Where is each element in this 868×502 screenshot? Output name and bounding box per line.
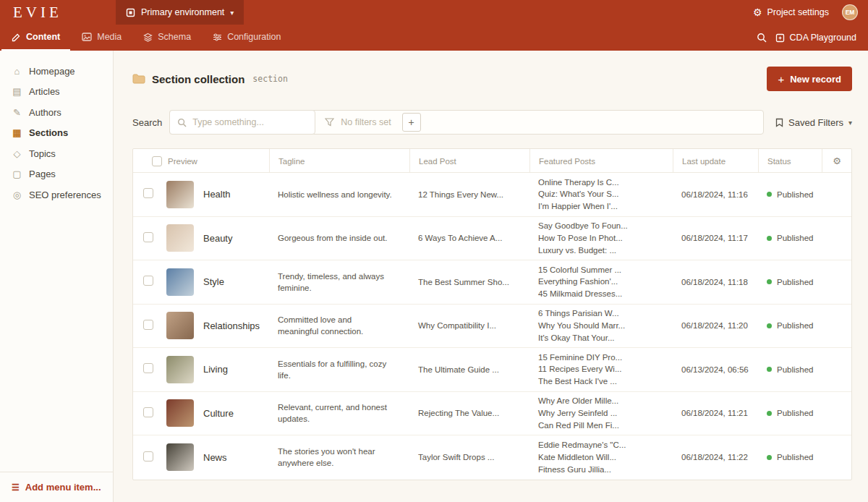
featured-posts-cell: 15 Colorful Summer ... Everything Fashio… xyxy=(529,264,673,300)
tagline-cell: Trendy, timeless, and always feminine. xyxy=(269,271,409,294)
row-checkbox[interactable] xyxy=(143,363,153,373)
tab-schema[interactable]: Schema xyxy=(133,25,201,51)
status-cell: Published xyxy=(758,232,822,244)
last-update-cell: 06/18/2024, 11:18 xyxy=(673,276,758,288)
image-icon xyxy=(82,33,92,41)
table-row-news[interactable]: News The stories you won't hear anywhere… xyxy=(133,435,851,480)
tag-icon: ◇ xyxy=(12,148,22,159)
layers-icon xyxy=(143,33,153,42)
home-icon: ⌂ xyxy=(12,66,22,77)
last-update-cell: 06/18/2024, 11:21 xyxy=(673,407,758,419)
preview-thumbnail xyxy=(166,224,194,252)
lead-post-cell: Why Compatibility I... xyxy=(409,320,529,331)
last-update-cell: 06/18/2024, 11:16 xyxy=(673,189,758,200)
global-search-button[interactable] xyxy=(748,33,775,43)
table-header-row: Preview Tagline Lead Post Featured Posts… xyxy=(133,149,851,173)
gear-icon: ⚙ xyxy=(753,7,762,18)
top-bar: EVIE Primary environment ▾ ⚙ Project set… xyxy=(0,0,868,25)
sidebar-item-homepage[interactable]: ⌂ Homepage xyxy=(0,61,113,82)
search-label: Search xyxy=(132,117,162,128)
row-checkbox[interactable] xyxy=(143,320,153,330)
status-cell: Published xyxy=(758,407,822,419)
table-row-style[interactable]: Style Trendy, timeless, and always femin… xyxy=(133,260,851,305)
table-row-health[interactable]: Health Holistic wellness and longevity. … xyxy=(133,173,851,217)
project-settings-button[interactable]: ⚙ Project settings xyxy=(753,7,829,18)
sidebar-item-seo-preferences[interactable]: ◎ SEO preferences xyxy=(0,184,113,205)
sidebar-item-sections[interactable]: ▦ Sections xyxy=(0,123,113,144)
status-cell: Published xyxy=(758,451,822,463)
column-header-preview: Preview xyxy=(166,149,269,173)
section-name: Beauty xyxy=(203,233,232,244)
status-label: Published xyxy=(777,189,814,200)
last-update-cell: 06/13/2024, 06:56 xyxy=(673,364,758,375)
section-name: Culture xyxy=(203,408,234,419)
row-checkbox[interactable] xyxy=(143,276,153,286)
row-checkbox[interactable] xyxy=(143,188,153,198)
lead-post-cell: The Best Summer Sho... xyxy=(409,276,529,288)
saved-filters-button[interactable]: Saved Filters ▾ xyxy=(775,117,852,128)
search-icon xyxy=(757,33,767,43)
user-avatar[interactable]: EM xyxy=(842,4,858,20)
cda-playground-button[interactable]: CDA Playground xyxy=(775,33,856,43)
sidebar-item-articles[interactable]: ▤ Articles xyxy=(0,82,113,103)
tab-content[interactable]: Content xyxy=(1,25,70,51)
row-checkbox[interactable] xyxy=(143,451,153,461)
tagline-cell: The stories you won't hear anywhere else… xyxy=(269,446,409,469)
column-header-last-update: Last update xyxy=(673,149,758,173)
bookmark-icon xyxy=(775,118,783,127)
new-record-button[interactable]: + New record xyxy=(767,67,852,91)
lead-post-cell: The Ultimate Guide ... xyxy=(409,364,529,375)
section-name: Health xyxy=(203,189,231,200)
sidebar-item-authors[interactable]: ✎ Authors xyxy=(0,102,113,123)
status-dot-published xyxy=(767,236,772,241)
tagline-cell: Committed love and meaningful connection… xyxy=(269,314,409,337)
status-cell: Published xyxy=(758,364,822,375)
add-menu-item-button[interactable]: ☰ Add menu item... xyxy=(0,472,113,502)
pen-icon: ✎ xyxy=(12,107,22,118)
main-content: Section collection section + New record … xyxy=(114,51,868,502)
list-icon: ▤ xyxy=(12,86,22,97)
status-label: Published xyxy=(777,232,814,244)
table-row-relationships[interactable]: Relationships Committed love and meaning… xyxy=(133,305,851,349)
tab-configuration[interactable]: Configuration xyxy=(203,25,291,51)
row-checkbox[interactable] xyxy=(143,407,153,417)
sidebar-item-pages[interactable]: ▢ Pages xyxy=(0,164,113,185)
table-row-beauty[interactable]: Beauty Gorgeous from the inside out. 6 W… xyxy=(133,217,851,261)
status-label: Published xyxy=(777,320,814,331)
edit-icon xyxy=(12,33,21,42)
page-icon: ▢ xyxy=(12,169,22,179)
sidebar-item-topics[interactable]: ◇ Topics xyxy=(0,143,113,164)
lead-post-cell: Rejecting The Value... xyxy=(409,407,529,419)
last-update-cell: 06/18/2024, 11:22 xyxy=(673,451,758,463)
preview-thumbnail xyxy=(166,312,194,339)
section-name: Relationships xyxy=(203,320,260,331)
tagline-cell: Relevant, current, and honest updates. xyxy=(269,401,409,425)
chevron-down-icon: ▾ xyxy=(230,9,234,17)
funnel-icon xyxy=(325,118,334,127)
plus-icon: + xyxy=(778,73,784,85)
folder-icon xyxy=(132,74,145,84)
table-row-culture[interactable]: Culture Relevant, current, and honest up… xyxy=(133,392,851,436)
add-list-icon: ☰ xyxy=(12,482,20,493)
filter-bar: No filters set + xyxy=(169,110,764,135)
lead-post-cell: Taylor Swift Drops ... xyxy=(409,451,529,463)
add-filter-button[interactable]: + xyxy=(402,113,421,132)
sidebar: ⌂ Homepage ▤ Articles ✎ Authors ▦ Sectio… xyxy=(0,51,114,502)
tagline-cell: Holistic wellness and longevity. xyxy=(269,189,409,200)
grid-icon: ▦ xyxy=(12,127,22,138)
last-update-cell: 06/18/2024, 11:20 xyxy=(673,320,758,331)
search-icon xyxy=(177,118,187,127)
select-all-checkbox[interactable] xyxy=(152,156,162,166)
main-nav: Content Media Schema Configuration CDA P… xyxy=(0,25,868,51)
environment-selector[interactable]: Primary environment ▾ xyxy=(116,0,244,25)
cube-icon xyxy=(775,33,785,43)
column-header-featured-posts: Featured Posts xyxy=(529,149,673,173)
tab-media[interactable]: Media xyxy=(72,25,132,51)
table-row-living[interactable]: Living Essentials for a fulfilling, cozy… xyxy=(133,348,851,392)
column-header-tagline: Tagline xyxy=(269,149,409,173)
section-name: Style xyxy=(203,276,224,287)
status-dot-published xyxy=(767,455,772,460)
row-checkbox[interactable] xyxy=(143,232,153,242)
search-input[interactable] xyxy=(192,117,309,127)
column-settings-gear-icon[interactable]: ⚙ xyxy=(822,149,851,173)
